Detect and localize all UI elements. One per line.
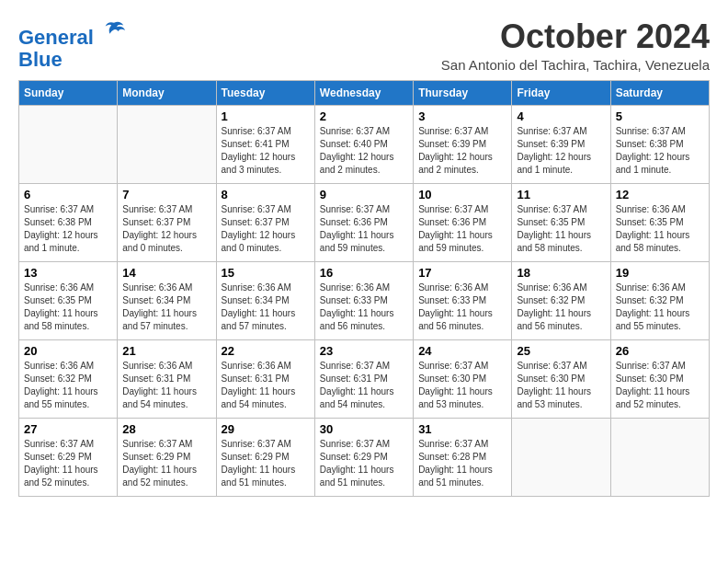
column-header-sunday: Sunday	[19, 80, 118, 105]
calendar-cell: 25Sunrise: 6:37 AMSunset: 6:30 PMDayligh…	[512, 339, 610, 418]
month-title: October 2024	[441, 18, 710, 55]
day-number: 15	[222, 266, 310, 280]
column-header-saturday: Saturday	[610, 80, 709, 105]
calendar-cell: 17Sunrise: 6:36 AMSunset: 6:33 PMDayligh…	[414, 261, 512, 339]
week-row-4: 20Sunrise: 6:36 AMSunset: 6:32 PMDayligh…	[19, 339, 710, 418]
calendar-cell: 11Sunrise: 6:37 AMSunset: 6:35 PMDayligh…	[512, 183, 610, 261]
day-number: 26	[616, 344, 704, 358]
day-number: 6	[24, 188, 112, 201]
calendar-cell	[610, 418, 709, 496]
calendar-cell	[512, 418, 610, 496]
cell-content: Sunrise: 6:37 AMSunset: 6:36 PMDaylight:…	[320, 203, 408, 255]
day-number: 24	[418, 344, 506, 358]
cell-content: Sunrise: 6:37 AMSunset: 6:38 PMDaylight:…	[24, 203, 112, 255]
day-number: 25	[517, 344, 605, 358]
calendar-cell	[118, 105, 216, 183]
day-number: 28	[122, 422, 210, 436]
cell-content: Sunrise: 6:36 AMSunset: 6:32 PMDaylight:…	[616, 282, 704, 333]
calendar-cell: 23Sunrise: 6:37 AMSunset: 6:31 PMDayligh…	[314, 339, 413, 418]
calendar-cell: 24Sunrise: 6:37 AMSunset: 6:30 PMDayligh…	[414, 339, 512, 418]
calendar-cell: 20Sunrise: 6:36 AMSunset: 6:32 PMDayligh…	[19, 339, 118, 418]
cell-content: Sunrise: 6:37 AMSunset: 6:35 PMDaylight:…	[517, 203, 605, 255]
calendar-cell	[19, 105, 118, 183]
day-number: 20	[24, 344, 112, 358]
calendar-cell: 9Sunrise: 6:37 AMSunset: 6:36 PMDaylight…	[314, 183, 413, 261]
header-row: SundayMondayTuesdayWednesdayThursdayFrid…	[19, 80, 710, 105]
cell-content: Sunrise: 6:37 AMSunset: 6:29 PMDaylight:…	[122, 438, 210, 489]
calendar-cell: 28Sunrise: 6:37 AMSunset: 6:29 PMDayligh…	[118, 418, 216, 496]
column-header-thursday: Thursday	[414, 80, 512, 105]
column-header-monday: Monday	[118, 80, 216, 105]
cell-content: Sunrise: 6:37 AMSunset: 6:30 PMDaylight:…	[616, 360, 704, 411]
day-number: 30	[320, 422, 408, 436]
cell-content: Sunrise: 6:37 AMSunset: 6:37 PMDaylight:…	[222, 203, 310, 255]
column-header-tuesday: Tuesday	[216, 80, 314, 105]
cell-content: Sunrise: 6:37 AMSunset: 6:40 PMDaylight:…	[320, 125, 408, 177]
calendar-cell: 31Sunrise: 6:37 AMSunset: 6:28 PMDayligh…	[414, 418, 512, 496]
calendar-cell: 29Sunrise: 6:37 AMSunset: 6:29 PMDayligh…	[216, 418, 314, 496]
cell-content: Sunrise: 6:36 AMSunset: 6:32 PMDaylight:…	[24, 360, 112, 411]
title-section: October 2024 San Antonio del Tachira, Ta…	[441, 18, 710, 73]
calendar-cell: 21Sunrise: 6:36 AMSunset: 6:31 PMDayligh…	[118, 339, 216, 418]
column-header-wednesday: Wednesday	[314, 80, 413, 105]
cell-content: Sunrise: 6:36 AMSunset: 6:35 PMDaylight:…	[24, 282, 112, 333]
page-header: General Blue October 2024 San Antonio de…	[18, 18, 710, 73]
location: San Antonio del Tachira, Tachira, Venezu…	[441, 57, 710, 73]
cell-content: Sunrise: 6:37 AMSunset: 6:36 PMDaylight:…	[418, 203, 506, 255]
cell-content: Sunrise: 6:36 AMSunset: 6:32 PMDaylight:…	[517, 282, 605, 333]
calendar-cell: 2Sunrise: 6:37 AMSunset: 6:40 PMDaylight…	[314, 105, 413, 183]
cell-content: Sunrise: 6:37 AMSunset: 6:41 PMDaylight:…	[222, 125, 310, 177]
week-row-3: 13Sunrise: 6:36 AMSunset: 6:35 PMDayligh…	[19, 261, 710, 339]
week-row-5: 27Sunrise: 6:37 AMSunset: 6:29 PMDayligh…	[19, 418, 710, 496]
day-number: 14	[122, 266, 210, 280]
cell-content: Sunrise: 6:37 AMSunset: 6:38 PMDaylight:…	[616, 125, 704, 177]
logo: General Blue	[18, 18, 127, 71]
calendar-cell: 27Sunrise: 6:37 AMSunset: 6:29 PMDayligh…	[19, 418, 118, 496]
calendar-cell: 16Sunrise: 6:36 AMSunset: 6:33 PMDayligh…	[314, 261, 413, 339]
cell-content: Sunrise: 6:37 AMSunset: 6:39 PMDaylight:…	[517, 125, 605, 177]
calendar-cell: 5Sunrise: 6:37 AMSunset: 6:38 PMDaylight…	[610, 105, 709, 183]
cell-content: Sunrise: 6:36 AMSunset: 6:33 PMDaylight:…	[418, 282, 506, 333]
cell-content: Sunrise: 6:36 AMSunset: 6:31 PMDaylight:…	[222, 360, 310, 411]
cell-content: Sunrise: 6:36 AMSunset: 6:31 PMDaylight:…	[122, 360, 210, 411]
day-number: 31	[418, 422, 506, 436]
day-number: 21	[122, 344, 210, 358]
calendar-cell: 8Sunrise: 6:37 AMSunset: 6:37 PMDaylight…	[216, 183, 314, 261]
day-number: 19	[616, 266, 704, 280]
calendar-cell: 13Sunrise: 6:36 AMSunset: 6:35 PMDayligh…	[19, 261, 118, 339]
logo-bird-icon	[101, 18, 127, 44]
cell-content: Sunrise: 6:37 AMSunset: 6:28 PMDaylight:…	[418, 438, 506, 489]
day-number: 5	[616, 109, 704, 123]
calendar-cell: 22Sunrise: 6:36 AMSunset: 6:31 PMDayligh…	[216, 339, 314, 418]
cell-content: Sunrise: 6:37 AMSunset: 6:31 PMDaylight:…	[320, 360, 408, 411]
column-header-friday: Friday	[512, 80, 610, 105]
calendar-cell: 10Sunrise: 6:37 AMSunset: 6:36 PMDayligh…	[414, 183, 512, 261]
cell-content: Sunrise: 6:37 AMSunset: 6:39 PMDaylight:…	[418, 125, 506, 177]
day-number: 18	[517, 266, 605, 280]
calendar-cell: 26Sunrise: 6:37 AMSunset: 6:30 PMDayligh…	[610, 339, 709, 418]
logo-text-blue: Blue	[18, 49, 127, 71]
cell-content: Sunrise: 6:36 AMSunset: 6:33 PMDaylight:…	[320, 282, 408, 333]
day-number: 17	[418, 266, 506, 280]
logo-text: General	[18, 18, 127, 49]
calendar-cell: 15Sunrise: 6:36 AMSunset: 6:34 PMDayligh…	[216, 261, 314, 339]
day-number: 11	[517, 188, 605, 201]
cell-content: Sunrise: 6:36 AMSunset: 6:34 PMDaylight:…	[122, 282, 210, 333]
day-number: 3	[418, 109, 506, 123]
calendar-cell: 4Sunrise: 6:37 AMSunset: 6:39 PMDaylight…	[512, 105, 610, 183]
calendar-cell: 12Sunrise: 6:36 AMSunset: 6:35 PMDayligh…	[610, 183, 709, 261]
calendar-cell: 18Sunrise: 6:36 AMSunset: 6:32 PMDayligh…	[512, 261, 610, 339]
cell-content: Sunrise: 6:37 AMSunset: 6:29 PMDaylight:…	[24, 438, 112, 489]
calendar-cell: 14Sunrise: 6:36 AMSunset: 6:34 PMDayligh…	[118, 261, 216, 339]
day-number: 13	[24, 266, 112, 280]
day-number: 7	[122, 188, 210, 201]
day-number: 10	[418, 188, 506, 201]
week-row-1: 1Sunrise: 6:37 AMSunset: 6:41 PMDaylight…	[19, 105, 710, 183]
day-number: 1	[222, 109, 310, 123]
calendar-cell: 7Sunrise: 6:37 AMSunset: 6:37 PMDaylight…	[118, 183, 216, 261]
calendar-cell: 30Sunrise: 6:37 AMSunset: 6:29 PMDayligh…	[314, 418, 413, 496]
calendar-cell: 1Sunrise: 6:37 AMSunset: 6:41 PMDaylight…	[216, 105, 314, 183]
day-number: 23	[320, 344, 408, 358]
week-row-2: 6Sunrise: 6:37 AMSunset: 6:38 PMDaylight…	[19, 183, 710, 261]
day-number: 29	[222, 422, 310, 436]
